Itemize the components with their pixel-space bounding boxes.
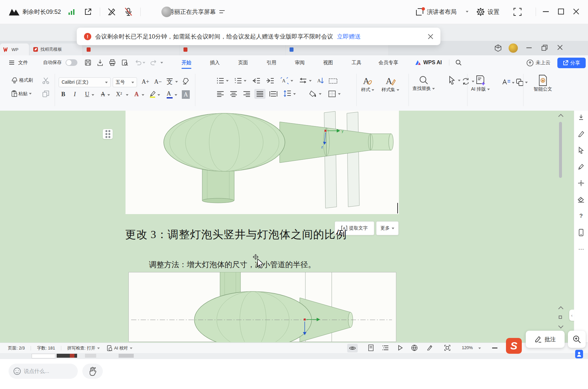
- read-mode-icon[interactable]: [397, 345, 403, 351]
- align-right-icon[interactable]: [243, 91, 250, 97]
- chevron-down-icon[interactable]: [478, 347, 481, 349]
- network-signal-icon[interactable]: [68, 9, 75, 15]
- settings-label[interactable]: 设置: [488, 8, 499, 16]
- block-drag-handle[interactable]: [103, 129, 113, 139]
- underline-icon[interactable]: U: [85, 91, 89, 98]
- zoom-level[interactable]: 120%: [462, 345, 473, 350]
- format-painter-button[interactable]: 格式刷: [11, 77, 33, 84]
- clear-format-icon[interactable]: [182, 78, 189, 84]
- style-set-button[interactable]: A 样式集: [381, 75, 399, 93]
- highlight-color-icon[interactable]: [149, 90, 156, 98]
- print-icon[interactable]: [109, 59, 116, 66]
- decrease-indent-icon[interactable]: [252, 78, 260, 84]
- close-window-icon[interactable]: [573, 9, 579, 14]
- mic-disabled-icon[interactable]: [124, 8, 133, 16]
- ai-layout-button[interactable]: AI 排版: [471, 75, 490, 92]
- chevron-down-icon[interactable]: [244, 80, 246, 82]
- chevron-down-icon[interactable]: [92, 94, 94, 96]
- user-avatar[interactable]: [509, 43, 518, 53]
- chevron-down-icon[interactable]: [126, 94, 128, 96]
- close-wps-icon[interactable]: [557, 45, 563, 50]
- maximize-window-icon[interactable]: [558, 9, 564, 14]
- layout-icon[interactable]: [415, 7, 425, 16]
- model-image-bottom[interactable]: [128, 272, 396, 342]
- tab-document[interactable]: [83, 43, 179, 55]
- phonetic-guide-icon[interactable]: 文: [167, 78, 173, 86]
- chevron-down-icon[interactable]: [293, 93, 296, 95]
- sort-icon[interactable]: A: [317, 77, 324, 84]
- two-way-arrows-icon[interactable]: [299, 78, 307, 84]
- tab-docer-templates[interactable]: 找稻壳模板: [30, 43, 82, 55]
- cloud-status-label[interactable]: 未上云: [536, 60, 550, 66]
- shrink-font-icon[interactable]: A−: [154, 78, 162, 85]
- phone-device-icon[interactable]: [577, 229, 585, 236]
- wps-ai-label[interactable]: WPS AI: [423, 60, 442, 66]
- font-name-select[interactable]: Calibri (正文): [59, 77, 111, 87]
- styles-button[interactable]: A 样式: [361, 75, 374, 93]
- text-tool-stack[interactable]: [502, 75, 528, 88]
- menu-review[interactable]: 审阅: [294, 60, 306, 66]
- distribute-icon[interactable]: [269, 91, 277, 97]
- stereo-cube-icon[interactable]: [494, 44, 502, 52]
- sharer-avatar[interactable]: [161, 7, 172, 17]
- text-tool-icon[interactable]: [502, 79, 515, 86]
- font-size-select[interactable]: 五号: [113, 77, 137, 87]
- menu-membership[interactable]: 会员专享: [377, 60, 400, 66]
- hamburger-icon[interactable]: [9, 61, 14, 65]
- bullet-list-icon[interactable]: [217, 78, 224, 84]
- select-arrow-icon[interactable]: [577, 146, 585, 154]
- share-button[interactable]: 分享: [557, 58, 586, 68]
- sharing-list-icon[interactable]: [219, 10, 225, 14]
- tab-document[interactable]: [180, 43, 285, 55]
- banner-close-icon[interactable]: [428, 34, 433, 39]
- restore-wps-icon[interactable]: [542, 45, 547, 51]
- gear-icon[interactable]: [476, 8, 485, 16]
- strikethrough-icon[interactable]: A: [101, 91, 105, 98]
- chevron-down-icon[interactable]: [142, 94, 144, 96]
- paste-button[interactable]: 粘贴: [11, 90, 32, 97]
- chevron-down-icon[interactable]: [157, 94, 160, 96]
- menu-page[interactable]: 页面: [237, 60, 249, 66]
- more-button[interactable]: 更多: [376, 221, 399, 235]
- web-layout-icon[interactable]: [411, 345, 418, 351]
- chevron-down-icon[interactable]: [107, 94, 110, 96]
- page-view-icon[interactable]: [368, 345, 374, 351]
- select-cursor-icon[interactable]: [448, 76, 461, 85]
- grow-font-icon[interactable]: A+: [142, 78, 149, 85]
- chevron-down-icon[interactable]: [175, 81, 178, 83]
- outline-view-icon[interactable]: [382, 345, 389, 350]
- eraser-icon[interactable]: [577, 196, 585, 204]
- menu-reference[interactable]: 引用: [265, 60, 278, 66]
- annotation-disabled-icon[interactable]: [107, 8, 116, 16]
- open-external-icon[interactable]: [84, 8, 92, 16]
- numbered-list-icon[interactable]: [235, 78, 242, 84]
- minimize-window-icon[interactable]: [543, 11, 549, 13]
- eye-preview-icon[interactable]: [347, 344, 358, 352]
- zoom-out-icon[interactable]: [492, 347, 497, 348]
- page-select-icon[interactable]: [559, 316, 562, 319]
- fit-page-icon[interactable]: [444, 345, 451, 351]
- autosave-toggle[interactable]: [66, 59, 77, 66]
- superscript-icon[interactable]: X²: [116, 91, 122, 98]
- magnify-zoom-button[interactable]: [568, 331, 586, 348]
- char-shading-icon[interactable]: A: [182, 90, 190, 99]
- text-direction-icon[interactable]: A: [280, 77, 289, 84]
- spellcheck-status[interactable]: 拼写检查: 打开: [67, 345, 95, 351]
- scrollbar-thumb[interactable]: [559, 122, 562, 178]
- increase-indent-icon[interactable]: [266, 78, 274, 84]
- redo-icon[interactable]: [151, 60, 157, 66]
- ai-proof-label[interactable]: AI 校对: [114, 345, 128, 351]
- layout-label[interactable]: 演讲者布局: [427, 8, 457, 16]
- raise-hand-button[interactable]: [82, 364, 103, 379]
- laser-pointer-icon[interactable]: [577, 179, 585, 187]
- borders-icon[interactable]: [328, 90, 336, 97]
- minimize-wps-icon[interactable]: [526, 47, 532, 48]
- copy-icon[interactable]: [42, 90, 49, 97]
- participant-badge-icon[interactable]: [575, 350, 583, 358]
- chevron-down-icon[interactable]: [338, 93, 341, 95]
- cloud-upload-icon[interactable]: [526, 59, 534, 67]
- menu-home[interactable]: 开始: [180, 60, 193, 66]
- shading-icon[interactable]: [309, 90, 317, 97]
- doc-scrollbar[interactable]: [558, 111, 563, 343]
- justify-icon[interactable]: [254, 89, 266, 99]
